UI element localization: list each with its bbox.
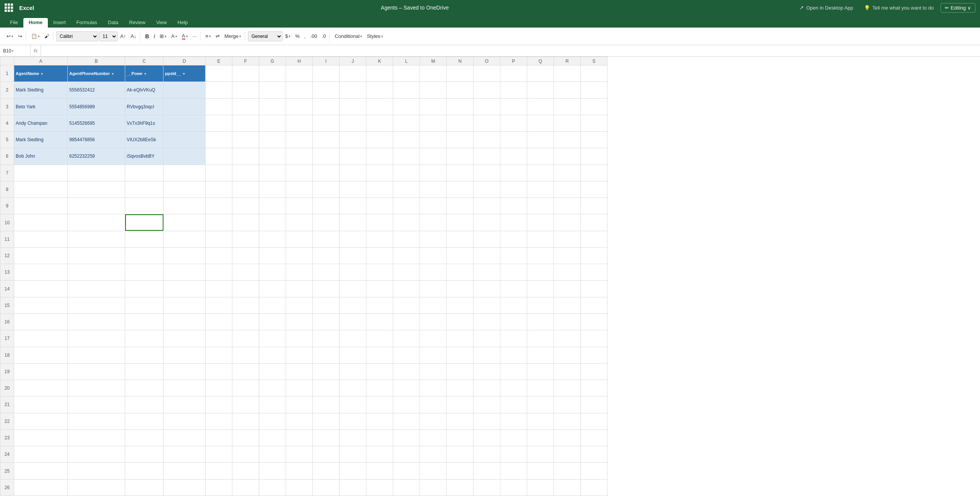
col-header-H[interactable]: H <box>286 57 313 65</box>
conditional-button[interactable]: Conditional▾ <box>333 32 364 41</box>
cell-ref-box[interactable]: B10 ▾ <box>0 45 31 56</box>
col-header-G[interactable]: G <box>259 57 286 65</box>
row-header-7[interactable]: 7 <box>0 165 14 181</box>
cell-G1[interactable] <box>259 65 286 82</box>
row-header-25[interactable]: 25 <box>0 463 14 479</box>
col-header-J[interactable]: J <box>340 57 366 65</box>
col-header-S[interactable]: S <box>581 57 608 65</box>
increase-font-button[interactable]: A↑ <box>118 32 128 41</box>
tab-insert[interactable]: Insert <box>48 18 71 28</box>
wrap-button[interactable]: ⇌ <box>214 32 222 41</box>
redo-button[interactable]: ↪ <box>16 32 24 41</box>
border-button[interactable]: ⊞▾ <box>158 32 168 41</box>
row-header-16[interactable]: 16 <box>0 313 14 330</box>
row-header-11[interactable]: 11 <box>0 231 14 247</box>
cell-C2[interactable]: Ak-eQlvVKuQ <box>125 82 163 98</box>
tab-data[interactable]: Data <box>103 18 124 28</box>
italic-button[interactable]: I <box>152 32 157 41</box>
row-header-23[interactable]: 23 <box>0 429 14 446</box>
tab-formulas[interactable]: Formulas <box>71 18 103 28</box>
cell-E1[interactable] <box>206 65 232 82</box>
cell-C5[interactable]: VIUX2b8EeSk <box>125 132 163 148</box>
row-header-19[interactable]: 19 <box>0 363 14 380</box>
waffle-menu[interactable] <box>5 3 13 12</box>
number-format-select[interactable]: General <box>248 31 283 41</box>
cell-A3[interactable]: Beto Yark <box>14 98 68 115</box>
row-header-1[interactable]: 1 <box>0 65 14 82</box>
col-header-C[interactable]: C <box>125 57 163 65</box>
cell-D4[interactable] <box>163 115 206 131</box>
cell-B4[interactable]: 5145526695 <box>68 115 125 131</box>
comma-button[interactable]: , <box>302 32 308 41</box>
format-painter-button[interactable]: 🖌 <box>42 32 51 41</box>
col-header-N[interactable]: N <box>447 57 474 65</box>
col-header-D[interactable]: D <box>163 57 206 65</box>
cell-A1[interactable]: AgentName ▾ <box>14 65 68 82</box>
grid-container[interactable]: A B C D E F G H I J K L M N O P Q R S <box>0 57 980 496</box>
tab-file[interactable]: File <box>5 18 23 28</box>
row-header-10[interactable]: 10 <box>0 214 14 231</box>
row-header-9[interactable]: 9 <box>0 198 14 214</box>
col-header-E[interactable]: E <box>206 57 232 65</box>
formula-input[interactable] <box>41 48 980 54</box>
col-header-M[interactable]: M <box>420 57 447 65</box>
col-header-R[interactable]: R <box>554 57 581 65</box>
row-header-12[interactable]: 12 <box>0 247 14 264</box>
col-header-B[interactable]: B <box>68 57 125 65</box>
tell-me-button[interactable]: 💡 Tell me what you want to do <box>860 3 938 12</box>
cell-C3[interactable]: RVbvgq3nqcI <box>125 98 163 115</box>
merge-button[interactable]: Merge▾ <box>222 32 243 41</box>
fill-color-button[interactable]: A▾ <box>169 32 179 41</box>
cell-A4[interactable]: Andy Champan <box>14 115 68 131</box>
col-header-I[interactable]: I <box>313 57 340 65</box>
currency-button[interactable]: $▾ <box>283 32 292 41</box>
tab-help[interactable]: Help <box>172 18 193 28</box>
cell-H1[interactable] <box>286 65 313 82</box>
cell-B2[interactable]: 5556532412 <box>68 82 125 98</box>
tab-view[interactable]: View <box>151 18 172 28</box>
align-button[interactable]: ≡▾ <box>204 32 213 41</box>
col-header-O[interactable]: O <box>474 57 500 65</box>
row-header-4[interactable]: 4 <box>0 115 14 131</box>
styles-button[interactable]: Styles▾ <box>365 32 385 41</box>
open-desktop-button[interactable]: ↗ Open in Desktop App <box>795 3 857 12</box>
row-header-22[interactable]: 22 <box>0 413 14 429</box>
row-header-17[interactable]: 17 <box>0 330 14 347</box>
cell-I1[interactable] <box>313 65 340 82</box>
row-header-3[interactable]: 3 <box>0 98 14 115</box>
row-header-21[interactable]: 21 <box>0 396 14 413</box>
row-header-18[interactable]: 18 <box>0 347 14 363</box>
col-header-Q[interactable]: Q <box>527 57 554 65</box>
tab-review[interactable]: Review <box>124 18 151 28</box>
row-header-24[interactable]: 24 <box>0 446 14 463</box>
row-header-20[interactable]: 20 <box>0 380 14 396</box>
editing-button[interactable]: ✏ Editing ∨ <box>941 3 975 13</box>
cell-C1[interactable]: __Powe ▾ <box>125 65 163 82</box>
row-header-6[interactable]: 6 <box>0 148 14 165</box>
cell-D1[interactable]: ppsId__ ▾ <box>163 65 206 82</box>
col-header-L[interactable]: L <box>393 57 420 65</box>
cell-C4[interactable]: VxTx3hF9q1s <box>125 115 163 131</box>
cell-D6[interactable] <box>163 148 206 165</box>
font-size-select[interactable]: 11 <box>99 31 118 41</box>
more-button[interactable]: ··· <box>191 32 199 41</box>
cell-B5[interactable]: 9854478856 <box>68 132 125 148</box>
cell-A5[interactable]: Mark Siedling <box>14 132 68 148</box>
cell-A6[interactable]: Bob John <box>14 148 68 165</box>
cell-F1[interactable] <box>232 65 259 82</box>
bold-button[interactable]: B <box>143 32 151 41</box>
cell-B1[interactable]: AgentPhoneNumber ▾ <box>68 65 125 82</box>
tab-home[interactable]: Home <box>23 18 48 28</box>
col-header-P[interactable]: P <box>500 57 527 65</box>
row-header-5[interactable]: 5 <box>0 132 14 148</box>
clipboard-button[interactable]: 📋▾ <box>29 32 42 41</box>
row-header-14[interactable]: 14 <box>0 281 14 297</box>
row-header-2[interactable]: 2 <box>0 82 14 98</box>
cell-D3[interactable] <box>163 98 206 115</box>
row-header-15[interactable]: 15 <box>0 297 14 313</box>
cell-C6[interactable]: iSqvosBvbBY <box>125 148 163 165</box>
col-header-K[interactable]: K <box>366 57 393 65</box>
row-header-8[interactable]: 8 <box>0 181 14 197</box>
decrease-decimal-button[interactable]: .0 <box>320 32 328 41</box>
cell-D2[interactable] <box>163 82 206 98</box>
